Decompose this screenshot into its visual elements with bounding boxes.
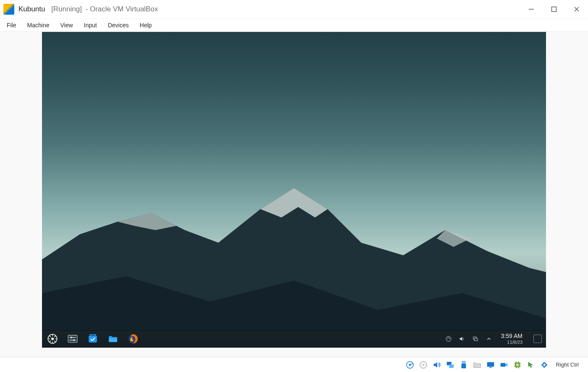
menu-input[interactable]: Input <box>84 22 97 29</box>
menu-help[interactable]: Help <box>140 22 152 29</box>
optical-drive-icon[interactable] <box>417 359 429 371</box>
virtualbox-menubar: File Machine View Input Devices Help <box>0 19 588 31</box>
show-desktop-button[interactable] <box>533 335 542 343</box>
svg-point-16 <box>71 337 72 338</box>
network-icon[interactable] <box>472 335 479 343</box>
svg-rect-36 <box>501 363 506 367</box>
svg-line-13 <box>54 335 55 337</box>
volume-icon[interactable] <box>458 335 466 343</box>
system-tray: 3:59 AM 11/8/23 <box>445 333 542 344</box>
discover-icon[interactable] <box>87 333 99 345</box>
system-settings-icon[interactable] <box>66 333 79 345</box>
app-launcher-icon[interactable] <box>46 333 59 345</box>
svg-line-10 <box>49 335 50 337</box>
svg-line-11 <box>54 341 55 342</box>
vm-name: Kubuntu <box>18 5 45 13</box>
svg-rect-31 <box>449 364 454 368</box>
svg-rect-20 <box>109 338 117 342</box>
host-window-titlebar: Kubuntu [Running] - Oracle VM VirtualBox <box>0 0 588 19</box>
svg-point-29 <box>423 364 424 366</box>
recording-icon[interactable] <box>498 359 510 371</box>
svg-point-5 <box>51 338 54 341</box>
clock-date: 11/8/23 <box>501 340 522 345</box>
wallpaper-mountains <box>42 184 546 331</box>
taskbar-launchers <box>46 333 139 345</box>
svg-rect-14 <box>68 335 77 342</box>
menu-devices[interactable]: Devices <box>108 22 129 29</box>
svg-rect-35 <box>489 367 492 368</box>
guest-display-container: 3:59 AM 11/8/23 <box>0 32 588 357</box>
svg-rect-34 <box>487 362 494 367</box>
virtualbox-app-icon <box>3 4 14 15</box>
cpu-icon[interactable] <box>512 359 523 371</box>
menu-view[interactable]: View <box>60 22 73 29</box>
firefox-icon[interactable] <box>127 333 139 345</box>
svg-rect-19 <box>89 335 97 342</box>
minimize-button[interactable] <box>528 5 535 13</box>
svg-point-18 <box>73 339 75 341</box>
svg-rect-33 <box>461 364 466 368</box>
audio-icon[interactable] <box>431 359 443 371</box>
host-window-title: Kubuntu [Running] - Oracle VM VirtualBox <box>18 5 528 13</box>
shared-folders-icon[interactable] <box>471 359 483 371</box>
kde-taskbar: 3:59 AM 11/8/23 <box>42 330 546 348</box>
clock-time: 3:59 AM <box>501 333 522 339</box>
menu-file[interactable]: File <box>7 22 16 29</box>
svg-rect-32 <box>462 361 465 364</box>
network-adapter-icon[interactable] <box>444 359 456 371</box>
hard-disk-icon[interactable] <box>404 359 416 371</box>
tray-expand-icon[interactable] <box>485 335 493 343</box>
keyboard-layout-icon[interactable] <box>445 335 452 343</box>
menu-machine[interactable]: Machine <box>27 22 50 29</box>
host-window-controls <box>528 5 585 13</box>
usb-icon[interactable] <box>458 359 470 371</box>
guest-desktop[interactable]: 3:59 AM 11/8/23 <box>42 32 546 348</box>
svg-line-12 <box>49 341 50 342</box>
guest-additions-icon[interactable] <box>538 359 550 371</box>
svg-rect-1 <box>552 7 556 12</box>
svg-point-22 <box>446 336 451 341</box>
svg-rect-38 <box>516 364 519 366</box>
close-button[interactable] <box>573 5 580 13</box>
file-manager-icon[interactable] <box>107 333 119 345</box>
taskbar-clock[interactable]: 3:59 AM 11/8/23 <box>499 333 525 344</box>
svg-rect-24 <box>474 338 478 341</box>
host-key-indicator[interactable]: Right Ctrl <box>552 362 583 368</box>
vm-status: [Running] - Oracle VM VirtualBox <box>47 5 158 13</box>
mouse-integration-icon[interactable] <box>525 359 537 371</box>
maximize-button[interactable] <box>550 5 558 13</box>
virtualbox-statusbar: Right Ctrl <box>0 357 588 372</box>
display-icon[interactable] <box>485 359 496 371</box>
